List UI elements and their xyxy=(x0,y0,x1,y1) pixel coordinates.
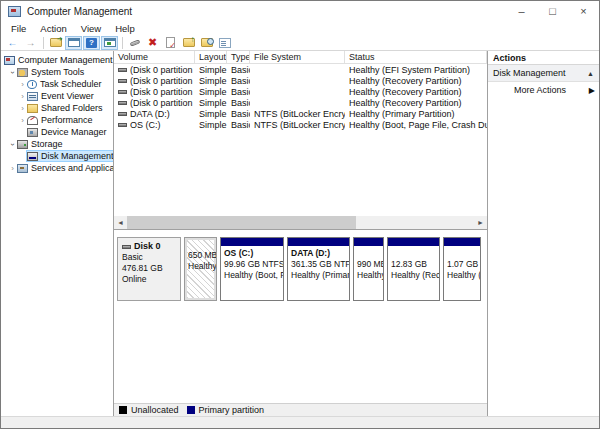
fields-button[interactable] xyxy=(216,36,233,50)
export-folder-icon xyxy=(50,38,62,47)
table-row[interactable]: (Disk 0 partition 7) Simple Basic Health… xyxy=(114,97,487,108)
more-actions-item[interactable]: More Actions ▶ xyxy=(488,82,599,98)
menu-file[interactable]: File xyxy=(4,23,33,34)
system-tools-icon xyxy=(17,68,28,77)
show-action-pane-button[interactable] xyxy=(101,36,118,50)
scrollbar-thumb[interactable] xyxy=(127,216,356,229)
services-icon xyxy=(17,164,28,173)
collapse-chevron-icon[interactable] xyxy=(18,104,27,113)
partition-efi[interactable]: 650 MB Healthy xyxy=(184,237,217,301)
open-folder-icon xyxy=(183,38,195,47)
show-console-tree-button[interactable] xyxy=(65,36,82,50)
tree-item-services-applications[interactable]: Services and Applications xyxy=(1,162,113,174)
expand-chevron-icon[interactable] xyxy=(8,68,17,77)
maximize-button[interactable]: □ xyxy=(537,1,568,21)
properties-check-icon xyxy=(166,37,175,48)
open-button[interactable] xyxy=(180,36,197,50)
scroll-right-arrow[interactable]: ► xyxy=(474,216,487,229)
column-header-file-system[interactable]: File System xyxy=(250,51,345,64)
collapse-chevron-icon[interactable] xyxy=(18,80,27,89)
explore-button[interactable] xyxy=(198,36,215,50)
console-tree: Computer Management (Local) System Tools… xyxy=(1,51,114,416)
volume-icon xyxy=(118,101,127,105)
column-header-type[interactable]: Type xyxy=(227,51,250,64)
toolbar-separator xyxy=(43,37,44,49)
table-row[interactable]: (Disk 0 partition 5) Simple Basic Health… xyxy=(114,75,487,86)
tree-item-storage[interactable]: Storage xyxy=(1,138,113,150)
selected-highlight: Disk Management xyxy=(27,151,114,161)
volume-icon xyxy=(118,79,127,83)
minimize-button[interactable]: – xyxy=(506,1,537,21)
center-pane: Volume Layout Type File System Status (D… xyxy=(114,51,487,416)
collapse-chevron-icon[interactable] xyxy=(8,164,17,173)
export-button[interactable] xyxy=(47,36,64,50)
attach-vhd-button[interactable] xyxy=(126,36,143,50)
menu-bar: File Action View Help xyxy=(1,21,599,35)
toolbar-separator xyxy=(122,37,123,49)
delete-icon: ✖ xyxy=(148,36,157,49)
task-scheduler-icon xyxy=(27,80,37,89)
window-title: Computer Management xyxy=(27,6,132,17)
tree-item-system-tools[interactable]: System Tools xyxy=(1,66,113,78)
horizontal-scrollbar[interactable]: ◄ ► xyxy=(114,216,487,229)
device-manager-icon xyxy=(27,128,38,137)
collapse-chevron-icon[interactable] xyxy=(18,92,27,101)
disk0-row: Disk 0 Basic 476.81 GB Online 650 MB Hea… xyxy=(117,237,487,301)
volume-icon xyxy=(118,112,127,116)
menu-help[interactable]: Help xyxy=(108,23,142,34)
forward-button[interactable]: → xyxy=(22,36,39,50)
column-header-status[interactable]: Status xyxy=(345,51,487,64)
toolbar: ← → ? ✖ xyxy=(1,35,599,51)
table-row[interactable]: (Disk 0 partition 1) Simple Basic Health… xyxy=(114,64,487,75)
close-button[interactable]: × xyxy=(568,1,599,21)
show-action-pane-icon xyxy=(104,38,116,47)
volume-icon xyxy=(118,123,127,127)
disk0-size: 476.81 GB xyxy=(122,263,176,274)
tree-item-disk-management[interactable]: Disk Management xyxy=(1,150,113,162)
partition-data-d[interactable]: DATA (D:) 361.35 GB NTFS (B Healthy (Pri… xyxy=(287,237,350,301)
submenu-arrow-icon: ▶ xyxy=(589,86,595,95)
primary-partition-color-swatch xyxy=(187,406,195,414)
help-button[interactable]: ? xyxy=(83,36,100,50)
actions-group-disk-management[interactable]: Disk Management ▲ xyxy=(488,65,599,82)
tree-item-performance[interactable]: Performance xyxy=(1,114,113,126)
attach-vhd-icon xyxy=(129,39,140,46)
expand-chevron-icon[interactable] xyxy=(8,140,17,149)
partition-1gb-recovery[interactable]: 1.07 GB Healthy (R xyxy=(443,237,481,301)
column-header-volume[interactable]: Volume xyxy=(114,51,195,64)
tree-item-shared-folders[interactable]: Shared Folders xyxy=(1,102,113,114)
collapse-caret-icon[interactable]: ▲ xyxy=(587,70,594,77)
disk0-label[interactable]: Disk 0 Basic 476.81 GB Online xyxy=(117,237,181,301)
scrollbar-track[interactable] xyxy=(127,216,474,229)
column-header-layout[interactable]: Layout xyxy=(195,51,227,64)
properties-button[interactable] xyxy=(162,36,179,50)
app-icon xyxy=(8,6,21,17)
delete-volume-button[interactable]: ✖ xyxy=(144,36,161,50)
volume-icon xyxy=(118,68,127,72)
shared-folders-icon xyxy=(27,104,38,113)
partition-990mb[interactable]: 990 MB Healthy xyxy=(353,237,384,301)
tree-item-computer-management[interactable]: Computer Management (Local) xyxy=(1,54,113,66)
tree-item-task-scheduler[interactable]: Task Scheduler xyxy=(1,78,113,90)
partition-12gb-recovery[interactable]: 12.83 GB Healthy (Reco xyxy=(387,237,440,301)
actions-title: Actions xyxy=(488,51,599,65)
table-row[interactable]: (Disk 0 partition 6) Simple Basic Health… xyxy=(114,86,487,97)
primary-partition-bar xyxy=(444,238,480,247)
tree-item-device-manager[interactable]: Device Manager xyxy=(1,126,113,138)
tree-item-event-viewer[interactable]: Event Viewer xyxy=(1,90,113,102)
collapse-chevron-icon[interactable] xyxy=(18,116,27,125)
title-bar: Computer Management – □ × xyxy=(1,1,599,21)
volume-list-header: Volume Layout Type File System Status xyxy=(114,51,487,64)
table-row[interactable]: DATA (D:) Simple Basic NTFS (BitLocker E… xyxy=(114,108,487,119)
show-console-tree-icon xyxy=(68,38,80,47)
legend: Unallocated Primary partition xyxy=(114,403,487,416)
menu-view[interactable]: View xyxy=(74,23,108,34)
back-button[interactable]: ← xyxy=(4,36,21,50)
volume-icon xyxy=(118,90,127,94)
primary-partition-bar xyxy=(288,238,349,247)
table-row[interactable]: OS (C:) Simple Basic NTFS (BitLocker Enc… xyxy=(114,119,487,130)
partition-os-c[interactable]: OS (C:) 99.96 GB NTFS (B Healthy (Boot, … xyxy=(220,237,284,301)
menu-action[interactable]: Action xyxy=(33,23,73,34)
back-icon: ← xyxy=(8,37,18,48)
scroll-left-arrow[interactable]: ◄ xyxy=(114,216,127,229)
